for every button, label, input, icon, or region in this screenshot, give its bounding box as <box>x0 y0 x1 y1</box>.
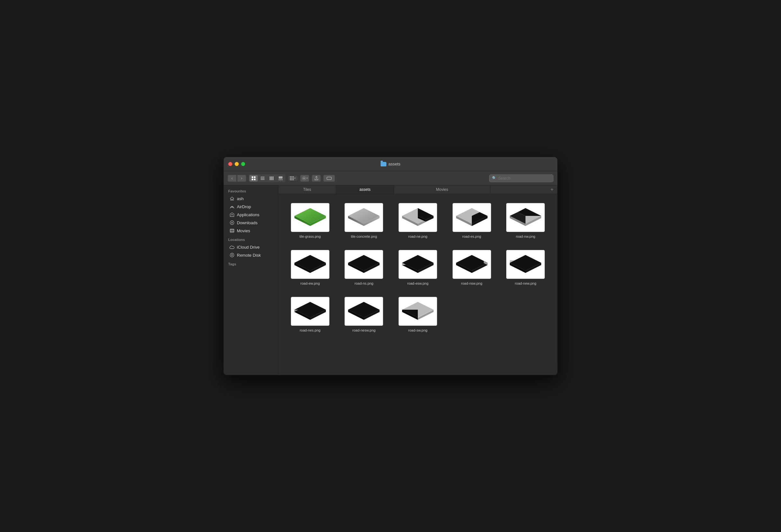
sidebar-item-downloads[interactable]: Downloads <box>225 219 277 226</box>
list-view-button[interactable] <box>258 175 267 181</box>
airdrop-icon <box>230 204 235 209</box>
sidebar-item-airdrop[interactable]: AirDrop <box>225 203 277 211</box>
svg-point-35 <box>316 214 317 215</box>
sidebar-label-airdrop: AirDrop <box>237 204 251 209</box>
svg-rect-19 <box>293 178 294 179</box>
svg-rect-10 <box>279 176 283 179</box>
file-name-road-ew: road-ew.png <box>300 281 320 285</box>
file-item-road-nw[interactable]: road-nw.png <box>500 201 551 241</box>
file-name-road-sw: road-sw.png <box>408 328 427 332</box>
file-item-road-nes[interactable]: road-nes.png <box>285 294 335 335</box>
file-item-road-nesw[interactable]: road-nesw.png <box>339 294 389 335</box>
sidebar-item-ash[interactable]: ash <box>225 195 277 203</box>
icloud-icon <box>230 245 235 250</box>
svg-rect-2 <box>252 179 253 180</box>
file-thumbnail-road-esw <box>399 250 437 279</box>
breadcrumb-tab-assets[interactable]: assets <box>336 185 394 194</box>
sidebar-label-movies: Movies <box>237 228 250 233</box>
downloads-icon <box>230 220 235 225</box>
file-name-road-new: road-new.png <box>515 281 536 285</box>
search-icon: 🔍 <box>492 176 497 180</box>
svg-rect-9 <box>273 176 274 180</box>
search-input[interactable] <box>498 176 550 181</box>
files-grid: tile-grass.png <box>278 194 557 375</box>
favourites-label: Favourites <box>224 189 278 194</box>
svg-point-37 <box>313 217 314 218</box>
sidebar-label-remote: Remote Disk <box>237 253 261 258</box>
breadcrumb-tab-tiles[interactable]: Tiles <box>278 185 336 194</box>
share-button[interactable] <box>312 175 321 182</box>
svg-marker-101 <box>348 302 380 318</box>
nav-buttons: ‹ › <box>228 175 246 182</box>
svg-marker-61 <box>294 255 326 271</box>
file-item-road-ns[interactable]: road-ns.png <box>339 248 389 288</box>
breadcrumb-bar: Tiles assets Movies + <box>278 185 557 194</box>
sidebar-label-downloads: Downloads <box>237 220 257 225</box>
breadcrumb-tab-movies[interactable]: Movies <box>394 185 490 194</box>
file-item-road-nsw[interactable]: road-nsw.png <box>446 248 497 288</box>
svg-rect-21 <box>291 179 292 180</box>
sidebar-item-applications[interactable]: Applications <box>225 211 277 218</box>
applications-icon <box>230 212 235 217</box>
svg-rect-5 <box>261 178 264 179</box>
svg-rect-14 <box>290 176 291 177</box>
search-bar[interactable]: 🔍 <box>489 174 553 182</box>
svg-rect-16 <box>293 176 294 177</box>
add-tab-button[interactable]: + <box>547 185 557 194</box>
home-icon <box>230 196 235 201</box>
titlebar: assets <box>224 157 557 171</box>
sidebar-item-movies[interactable]: Movies <box>225 227 277 234</box>
svg-rect-22 <box>293 179 294 180</box>
svg-marker-73 <box>402 255 434 271</box>
file-item-road-sw[interactable]: road-sw.png <box>393 294 443 335</box>
file-thumbnail-road-nw <box>506 203 545 232</box>
sidebar-item-icloud[interactable]: iCloud Drive <box>225 243 277 251</box>
sidebar-item-remote[interactable]: Remote Disk <box>225 251 277 259</box>
file-item-road-new[interactable]: road-new.png <box>500 248 551 288</box>
finder-window: assets ‹ › <box>223 157 558 375</box>
file-item-road-ne[interactable]: road-ne.png <box>393 201 443 241</box>
file-item-tile-grass[interactable]: tile-grass.png <box>285 201 335 241</box>
minimize-button[interactable] <box>235 162 239 166</box>
folder-icon <box>380 162 386 166</box>
file-item-road-ew[interactable]: road-ew.png <box>285 248 335 288</box>
file-name-tile-concrete: tile-concrete.png <box>351 234 377 238</box>
svg-rect-13 <box>282 179 283 180</box>
file-thumbnail-road-nesw <box>344 297 383 326</box>
file-thumbnail-road-ne <box>399 203 437 232</box>
svg-rect-20 <box>290 179 291 180</box>
back-button[interactable]: ‹ <box>228 175 237 182</box>
svg-marker-38 <box>348 208 380 224</box>
movies-icon <box>230 228 235 233</box>
svg-rect-7 <box>270 176 271 180</box>
gallery-view-button[interactable] <box>276 175 285 181</box>
sidebar: Favourites ash AirDrop <box>224 185 278 375</box>
file-thumbnail-road-nsw <box>453 250 491 279</box>
file-item-road-es[interactable]: road-es.png <box>446 201 497 241</box>
file-item-tile-concrete[interactable]: tile-concrete.png <box>339 201 389 241</box>
file-name-road-ne: road-ne.png <box>408 234 427 238</box>
traffic-lights <box>228 162 245 166</box>
column-view-button[interactable] <box>268 175 276 181</box>
favourites-section: Favourites ash AirDrop <box>224 189 278 234</box>
svg-rect-4 <box>261 177 264 177</box>
content-area: Favourites ash AirDrop <box>224 185 557 375</box>
tag-button[interactable] <box>323 175 335 182</box>
svg-rect-18 <box>291 178 292 179</box>
sidebar-label-icloud: iCloud Drive <box>237 245 260 250</box>
svg-marker-80 <box>456 255 488 271</box>
maximize-button[interactable] <box>241 162 245 166</box>
svg-point-36 <box>306 217 307 218</box>
close-button[interactable] <box>228 162 232 166</box>
svg-point-28 <box>230 253 234 257</box>
file-name-road-ns: road-ns.png <box>355 281 373 285</box>
locations-label: Locations <box>224 238 278 243</box>
icon-view-button[interactable] <box>249 175 258 181</box>
action-button[interactable]: ▾ <box>300 175 309 182</box>
view-controls <box>249 174 285 182</box>
arrange-button[interactable]: ▾ <box>288 176 298 181</box>
file-item-road-esw[interactable]: road-esw.png <box>393 248 443 288</box>
forward-button[interactable]: › <box>237 175 246 182</box>
sidebar-label-applications: Applications <box>237 212 259 217</box>
file-name-road-esw: road-esw.png <box>407 281 428 285</box>
